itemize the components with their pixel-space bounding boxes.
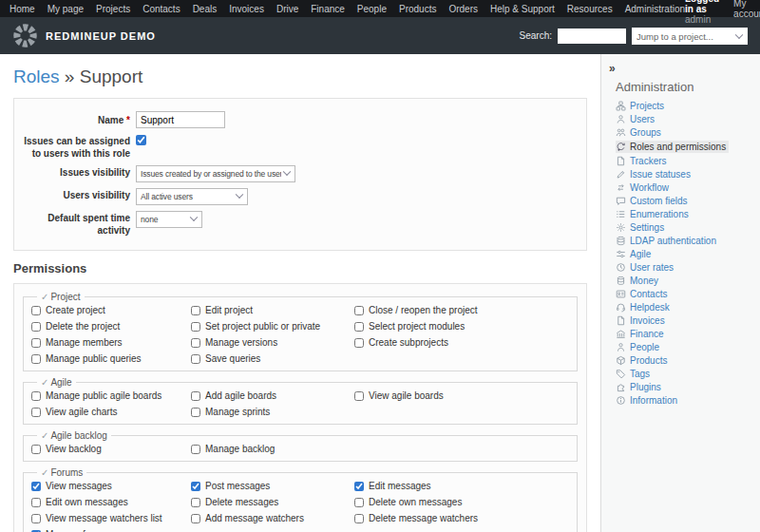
perm-item-set-project-public-or-private[interactable]: Set project public or private <box>191 318 354 334</box>
sidebar-item-users[interactable]: Users <box>616 114 754 124</box>
sidebar-link-ldap-authentication[interactable]: LDAP authentication <box>630 236 716 246</box>
topbar-item-administration[interactable]: Administration <box>625 4 685 14</box>
check-icon[interactable]: ✓ <box>41 377 48 388</box>
my-account-link[interactable]: My account <box>733 0 760 19</box>
sidebar-collapse-icon[interactable]: » <box>609 62 754 75</box>
topbar-item-home[interactable]: Home <box>10 4 35 14</box>
sidebar-item-helpdesk[interactable]: Helpdesk <box>616 302 754 313</box>
perm-item-delete-message-watchers[interactable]: Delete message watchers <box>354 510 569 526</box>
perm-item-delete-own-messages[interactable]: Delete own messages <box>354 494 569 510</box>
perm-checkbox-delete-the-project[interactable] <box>31 322 41 332</box>
perm-item-edit-own-messages[interactable]: Edit own messages <box>31 494 191 510</box>
perm-checkbox-manage-public-agile-boards[interactable] <box>31 391 41 401</box>
perm-item-view-message-watchers-list[interactable]: View message watchers list <box>31 510 191 526</box>
perm-checkbox-edit-project[interactable] <box>191 306 200 315</box>
sidebar-link-helpdesk[interactable]: Helpdesk <box>630 302 670 313</box>
perm-item-post-messages[interactable]: Post messages <box>191 478 354 494</box>
sidebar-item-tags[interactable]: Tags <box>616 369 754 379</box>
perm-item-view-agile-boards[interactable]: View agile boards <box>354 388 569 404</box>
topbar-item-invoices[interactable]: Invoices <box>229 4 264 14</box>
perm-item-manage-members[interactable]: Manage members <box>31 334 191 351</box>
sidebar-link-finance[interactable]: Finance <box>630 329 664 339</box>
sidebar-item-projects[interactable]: Projects <box>616 101 754 111</box>
sidebar-link-user-rates[interactable]: User rates <box>630 262 674 273</box>
topbar-item-deals[interactable]: Deals <box>193 4 218 14</box>
perm-checkbox-set-project-public-or-private[interactable] <box>191 322 200 332</box>
perm-item-delete-messages[interactable]: Delete messages <box>191 494 354 510</box>
perm-item-delete-the-project[interactable]: Delete the project <box>31 318 191 334</box>
sidebar-link-invoices[interactable]: Invoices <box>630 315 665 326</box>
sidebar-item-products[interactable]: Products <box>616 355 754 366</box>
sidebar-link-users[interactable]: Users <box>630 114 655 124</box>
sidebar-item-agile[interactable]: Agile <box>616 249 754 259</box>
sidebar-link-money[interactable]: Money <box>630 276 658 286</box>
sidebar-item-finance[interactable]: Finance <box>616 329 754 339</box>
sidebar-item-groups[interactable]: Groups <box>616 127 754 138</box>
search-input[interactable] <box>558 28 626 44</box>
sidebar-link-trackers[interactable]: Trackers <box>630 156 667 166</box>
sidebar-link-custom-fields[interactable]: Custom fields <box>630 196 688 206</box>
perm-item-create-project[interactable]: Create project <box>31 302 191 318</box>
perm-item-edit-messages[interactable]: Edit messages <box>354 478 569 494</box>
topbar-item-my-page[interactable]: My page <box>48 4 84 14</box>
perm-item-save-queries[interactable]: Save queries <box>191 351 354 367</box>
sidebar-item-custom-fields[interactable]: Custom fields <box>616 196 754 206</box>
perm-checkbox-create-project[interactable] <box>31 306 41 315</box>
check-icon[interactable]: ✓ <box>41 467 48 478</box>
perm-checkbox-view-message-watchers-list[interactable] <box>31 514 41 523</box>
topbar-item-products[interactable]: Products <box>399 4 436 14</box>
topbar-item-finance[interactable]: Finance <box>311 4 345 14</box>
sidebar-link-workflow[interactable]: Workflow <box>630 182 669 193</box>
perm-checkbox-edit-messages[interactable] <box>354 482 364 491</box>
topbar-item-orders[interactable]: Orders <box>448 4 478 14</box>
sidebar-link-enumerations[interactable]: Enumerations <box>630 209 689 219</box>
sidebar-link-agile[interactable]: Agile <box>630 249 651 259</box>
sidebar-item-trackers[interactable]: Trackers <box>616 156 754 166</box>
sidebar-link-plugins[interactable]: Plugins <box>630 382 661 392</box>
perm-item-view-backlog[interactable]: View backlog <box>31 441 191 457</box>
perm-checkbox-view-agile-charts[interactable] <box>31 408 41 417</box>
sidebar-item-roles-and-permissions[interactable]: Roles and permissions <box>616 141 729 153</box>
sidebar-item-issue-statuses[interactable]: Issue statuses <box>616 169 754 180</box>
perm-item-add-agile-boards[interactable]: Add agile boards <box>191 388 354 404</box>
issues-visibility-select[interactable]: Issues created by or assigned to the use… <box>136 165 295 182</box>
topbar-item-people[interactable]: People <box>357 4 387 14</box>
sidebar-link-information[interactable]: Information <box>630 395 677 406</box>
sidebar-link-settings[interactable]: Settings <box>630 222 664 233</box>
perm-checkbox-save-queries[interactable] <box>191 354 200 364</box>
perm-item-manage-public-agile-boards[interactable]: Manage public agile boards <box>31 388 191 404</box>
perm-checkbox-manage-sprints[interactable] <box>191 408 200 417</box>
perm-item-create-subprojects[interactable]: Create subprojects <box>354 334 569 351</box>
sidebar-item-people[interactable]: People <box>616 342 754 352</box>
perm-item-view-agile-charts[interactable]: View agile charts <box>31 404 191 420</box>
topbar-item-help-support[interactable]: Help & Support <box>490 4 555 14</box>
perm-item-manage-versions[interactable]: Manage versions <box>191 334 354 351</box>
perm-item-close-reopen-the-project[interactable]: Close / reopen the project <box>354 302 569 318</box>
perm-checkbox-view-messages[interactable] <box>31 482 41 491</box>
sidebar-item-plugins[interactable]: Plugins <box>616 382 754 392</box>
perm-item-manage-sprints[interactable]: Manage sprints <box>191 404 354 420</box>
sidebar-link-issue-statuses[interactable]: Issue statuses <box>630 169 691 180</box>
perm-item-select-project-modules[interactable]: Select project modules <box>354 318 569 334</box>
sidebar-item-information[interactable]: Information <box>616 395 754 406</box>
perm-item-edit-project[interactable]: Edit project <box>191 302 354 318</box>
sidebar-link-contacts[interactable]: Contacts <box>630 289 667 299</box>
perm-checkbox-view-backlog[interactable] <box>31 445 41 454</box>
perm-checkbox-delete-own-messages[interactable] <box>354 498 364 507</box>
perm-checkbox-edit-own-messages[interactable] <box>31 498 41 507</box>
perm-item-manage-backlog[interactable]: Manage backlog <box>191 441 354 457</box>
users-visibility-select[interactable]: All active users <box>136 188 248 205</box>
perm-checkbox-delete-messages[interactable] <box>191 498 200 507</box>
sidebar-link-people[interactable]: People <box>630 342 659 352</box>
perm-checkbox-view-agile-boards[interactable] <box>354 391 364 401</box>
check-icon[interactable]: ✓ <box>41 292 48 302</box>
sidebar-item-money[interactable]: Money <box>616 276 754 286</box>
topbar-item-projects[interactable]: Projects <box>96 4 130 14</box>
topbar-item-contacts[interactable]: Contacts <box>142 4 180 14</box>
perm-checkbox-manage-members[interactable] <box>31 338 41 348</box>
jump-to-project-select[interactable]: Jump to a project... <box>632 28 748 45</box>
perm-checkbox-create-subprojects[interactable] <box>354 338 364 348</box>
perm-checkbox-close-reopen-the-project[interactable] <box>354 306 364 315</box>
perm-checkbox-manage-versions[interactable] <box>191 338 200 348</box>
sidebar-link-tags[interactable]: Tags <box>630 369 650 379</box>
